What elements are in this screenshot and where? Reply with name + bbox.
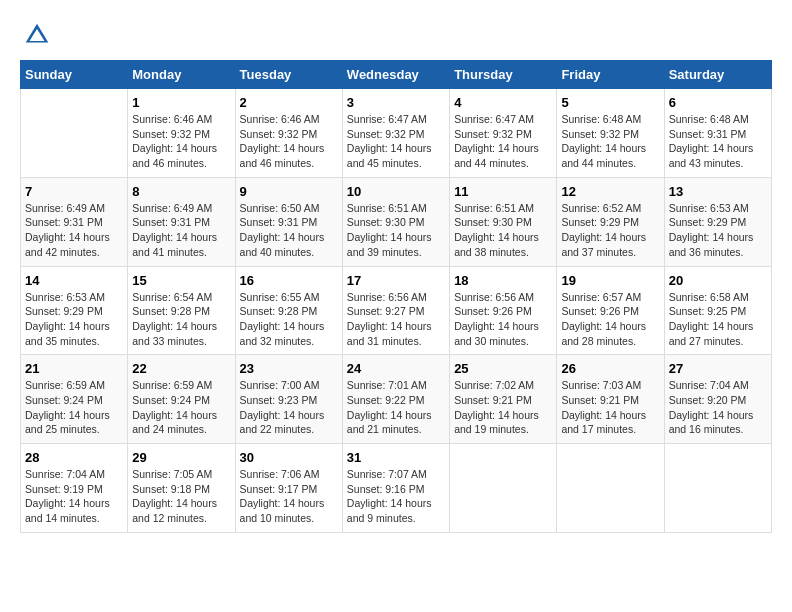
calendar-cell: 10Sunrise: 6:51 AM Sunset: 9:30 PM Dayli… [342,177,449,266]
calendar-cell: 4Sunrise: 6:47 AM Sunset: 9:32 PM Daylig… [450,89,557,178]
calendar-cell: 19Sunrise: 6:57 AM Sunset: 9:26 PM Dayli… [557,266,664,355]
day-number: 30 [240,450,338,465]
day-number: 19 [561,273,659,288]
header-day: Thursday [450,61,557,89]
cell-info: Sunrise: 6:53 AM Sunset: 9:29 PM Dayligh… [669,201,767,260]
calendar-cell: 2Sunrise: 6:46 AM Sunset: 9:32 PM Daylig… [235,89,342,178]
calendar-week-row: 28Sunrise: 7:04 AM Sunset: 9:19 PM Dayli… [21,444,772,533]
calendar-cell: 25Sunrise: 7:02 AM Sunset: 9:21 PM Dayli… [450,355,557,444]
day-number: 5 [561,95,659,110]
cell-info: Sunrise: 6:49 AM Sunset: 9:31 PM Dayligh… [132,201,230,260]
cell-info: Sunrise: 6:59 AM Sunset: 9:24 PM Dayligh… [25,378,123,437]
cell-info: Sunrise: 7:03 AM Sunset: 9:21 PM Dayligh… [561,378,659,437]
day-number: 24 [347,361,445,376]
calendar-cell: 15Sunrise: 6:54 AM Sunset: 9:28 PM Dayli… [128,266,235,355]
calendar-cell: 3Sunrise: 6:47 AM Sunset: 9:32 PM Daylig… [342,89,449,178]
calendar-cell [557,444,664,533]
calendar-week-row: 7Sunrise: 6:49 AM Sunset: 9:31 PM Daylig… [21,177,772,266]
calendar-cell: 7Sunrise: 6:49 AM Sunset: 9:31 PM Daylig… [21,177,128,266]
cell-info: Sunrise: 6:57 AM Sunset: 9:26 PM Dayligh… [561,290,659,349]
cell-info: Sunrise: 6:51 AM Sunset: 9:30 PM Dayligh… [454,201,552,260]
header-row: SundayMondayTuesdayWednesdayThursdayFrid… [21,61,772,89]
calendar-cell [450,444,557,533]
day-number: 23 [240,361,338,376]
day-number: 27 [669,361,767,376]
calendar-cell: 5Sunrise: 6:48 AM Sunset: 9:32 PM Daylig… [557,89,664,178]
calendar-cell: 29Sunrise: 7:05 AM Sunset: 9:18 PM Dayli… [128,444,235,533]
day-number: 1 [132,95,230,110]
calendar-cell [21,89,128,178]
cell-info: Sunrise: 6:59 AM Sunset: 9:24 PM Dayligh… [132,378,230,437]
day-number: 7 [25,184,123,199]
cell-info: Sunrise: 6:54 AM Sunset: 9:28 PM Dayligh… [132,290,230,349]
calendar-cell: 16Sunrise: 6:55 AM Sunset: 9:28 PM Dayli… [235,266,342,355]
header-day: Monday [128,61,235,89]
cell-info: Sunrise: 6:50 AM Sunset: 9:31 PM Dayligh… [240,201,338,260]
day-number: 21 [25,361,123,376]
calendar-cell: 26Sunrise: 7:03 AM Sunset: 9:21 PM Dayli… [557,355,664,444]
calendar-week-row: 21Sunrise: 6:59 AM Sunset: 9:24 PM Dayli… [21,355,772,444]
calendar-week-row: 1Sunrise: 6:46 AM Sunset: 9:32 PM Daylig… [21,89,772,178]
cell-info: Sunrise: 6:55 AM Sunset: 9:28 PM Dayligh… [240,290,338,349]
header-day: Tuesday [235,61,342,89]
cell-info: Sunrise: 7:04 AM Sunset: 9:20 PM Dayligh… [669,378,767,437]
page-header [20,20,772,50]
cell-info: Sunrise: 7:01 AM Sunset: 9:22 PM Dayligh… [347,378,445,437]
day-number: 8 [132,184,230,199]
calendar-cell: 9Sunrise: 6:50 AM Sunset: 9:31 PM Daylig… [235,177,342,266]
calendar-cell: 17Sunrise: 6:56 AM Sunset: 9:27 PM Dayli… [342,266,449,355]
calendar-cell: 27Sunrise: 7:04 AM Sunset: 9:20 PM Dayli… [664,355,771,444]
calendar-cell: 13Sunrise: 6:53 AM Sunset: 9:29 PM Dayli… [664,177,771,266]
cell-info: Sunrise: 7:05 AM Sunset: 9:18 PM Dayligh… [132,467,230,526]
cell-info: Sunrise: 6:46 AM Sunset: 9:32 PM Dayligh… [240,112,338,171]
day-number: 12 [561,184,659,199]
cell-info: Sunrise: 6:46 AM Sunset: 9:32 PM Dayligh… [132,112,230,171]
day-number: 10 [347,184,445,199]
cell-info: Sunrise: 7:00 AM Sunset: 9:23 PM Dayligh… [240,378,338,437]
header-day: Saturday [664,61,771,89]
calendar-cell: 1Sunrise: 6:46 AM Sunset: 9:32 PM Daylig… [128,89,235,178]
day-number: 13 [669,184,767,199]
calendar-cell: 18Sunrise: 6:56 AM Sunset: 9:26 PM Dayli… [450,266,557,355]
calendar-week-row: 14Sunrise: 6:53 AM Sunset: 9:29 PM Dayli… [21,266,772,355]
day-number: 31 [347,450,445,465]
calendar-cell [664,444,771,533]
cell-info: Sunrise: 6:53 AM Sunset: 9:29 PM Dayligh… [25,290,123,349]
calendar-cell: 30Sunrise: 7:06 AM Sunset: 9:17 PM Dayli… [235,444,342,533]
cell-info: Sunrise: 6:56 AM Sunset: 9:27 PM Dayligh… [347,290,445,349]
day-number: 3 [347,95,445,110]
cell-info: Sunrise: 6:51 AM Sunset: 9:30 PM Dayligh… [347,201,445,260]
day-number: 17 [347,273,445,288]
calendar-cell: 28Sunrise: 7:04 AM Sunset: 9:19 PM Dayli… [21,444,128,533]
calendar-cell: 6Sunrise: 6:48 AM Sunset: 9:31 PM Daylig… [664,89,771,178]
day-number: 22 [132,361,230,376]
cell-info: Sunrise: 6:47 AM Sunset: 9:32 PM Dayligh… [454,112,552,171]
day-number: 11 [454,184,552,199]
cell-info: Sunrise: 6:49 AM Sunset: 9:31 PM Dayligh… [25,201,123,260]
day-number: 9 [240,184,338,199]
cell-info: Sunrise: 6:48 AM Sunset: 9:32 PM Dayligh… [561,112,659,171]
calendar-header: SundayMondayTuesdayWednesdayThursdayFrid… [21,61,772,89]
calendar-cell: 20Sunrise: 6:58 AM Sunset: 9:25 PM Dayli… [664,266,771,355]
day-number: 2 [240,95,338,110]
calendar-cell: 8Sunrise: 6:49 AM Sunset: 9:31 PM Daylig… [128,177,235,266]
day-number: 15 [132,273,230,288]
cell-info: Sunrise: 6:52 AM Sunset: 9:29 PM Dayligh… [561,201,659,260]
day-number: 26 [561,361,659,376]
cell-info: Sunrise: 6:47 AM Sunset: 9:32 PM Dayligh… [347,112,445,171]
calendar-cell: 31Sunrise: 7:07 AM Sunset: 9:16 PM Dayli… [342,444,449,533]
day-number: 29 [132,450,230,465]
day-number: 14 [25,273,123,288]
logo [20,20,52,50]
cell-info: Sunrise: 6:56 AM Sunset: 9:26 PM Dayligh… [454,290,552,349]
header-day: Friday [557,61,664,89]
day-number: 25 [454,361,552,376]
day-number: 20 [669,273,767,288]
calendar-cell: 21Sunrise: 6:59 AM Sunset: 9:24 PM Dayli… [21,355,128,444]
calendar-cell: 14Sunrise: 6:53 AM Sunset: 9:29 PM Dayli… [21,266,128,355]
calendar-cell: 23Sunrise: 7:00 AM Sunset: 9:23 PM Dayli… [235,355,342,444]
cell-info: Sunrise: 7:04 AM Sunset: 9:19 PM Dayligh… [25,467,123,526]
calendar-table: SundayMondayTuesdayWednesdayThursdayFrid… [20,60,772,533]
header-day: Sunday [21,61,128,89]
day-number: 18 [454,273,552,288]
